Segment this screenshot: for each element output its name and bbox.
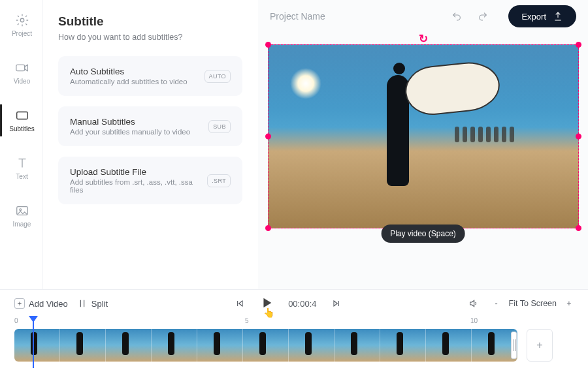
zoom-group: - Fit To Screen + (492, 299, 574, 308)
timeline-clip[interactable] (426, 329, 472, 362)
add-clip-button[interactable]: + (527, 329, 553, 362)
card-manual-subtitles[interactable]: Manual Subtitles Add your subtitles manu… (58, 106, 242, 146)
zoom-in-button[interactable]: + (564, 299, 574, 308)
play-button[interactable]: 👆 (259, 296, 274, 312)
svg-rect-1 (16, 65, 24, 70)
nav-project-label: Project (12, 30, 32, 37)
prev-frame-button[interactable] (235, 298, 245, 309)
badge-auto: AUTO (204, 70, 231, 83)
resize-handle-tl[interactable] (265, 42, 271, 48)
preview-topbar: Project Name Export (258, 0, 588, 33)
card-desc: Automatically add subtitles to video (70, 78, 188, 85)
nav-image-label: Image (13, 221, 31, 228)
timeline-clip[interactable] (197, 329, 243, 362)
nav-project[interactable]: Project (0, 9, 42, 41)
card-upload-subtitle-file[interactable]: Upload Subtitle File Add subtitles from … (58, 157, 242, 204)
nav-video-label: Video (14, 78, 30, 85)
card-title: Auto Subtitles (70, 67, 188, 76)
card-desc: Add your subtitles manually to video (70, 128, 190, 136)
timeline-clip[interactable] (243, 329, 289, 362)
split-icon (77, 298, 88, 309)
fit-to-screen-button[interactable]: Fit To Screen (509, 299, 557, 308)
plus-icon: + (14, 298, 25, 309)
undo-icon (451, 11, 462, 22)
svg-point-4 (19, 209, 21, 211)
camera-icon (15, 61, 29, 75)
time-display: 00:00:4 (288, 299, 316, 309)
skip-back-icon (235, 298, 245, 309)
nav-text[interactable]: Text (0, 152, 42, 184)
redo-icon (478, 11, 488, 22)
export-label: Export (521, 12, 546, 22)
timeline-clip[interactable] (152, 329, 197, 362)
ruler-tick: 0 (14, 317, 18, 324)
play-tooltip: Play video (Space) (381, 225, 465, 243)
ruler-tick: 5 (245, 317, 249, 324)
svg-point-0 (20, 18, 24, 22)
ruler-tick: 10 (470, 317, 478, 324)
left-nav: Project Video Subtitles Text Image (0, 0, 42, 289)
project-name-field[interactable]: Project Name (270, 11, 440, 22)
timeline-clip[interactable] (14, 329, 60, 362)
gear-icon (15, 13, 29, 27)
selection-box[interactable]: ↻ (268, 44, 579, 228)
cursor-pointer-icon: 👆 (263, 307, 274, 318)
badge-manual: SUB (208, 120, 231, 133)
resize-handle-br[interactable] (576, 225, 581, 231)
nav-subtitles[interactable]: Subtitles (0, 104, 42, 136)
nav-text-label: Text (16, 173, 27, 180)
volume-button[interactable] (468, 298, 479, 309)
card-title: Upload Subtitle File (70, 167, 207, 177)
timeline-clip[interactable] (106, 329, 152, 362)
volume-icon (468, 298, 479, 309)
timeline-clip[interactable] (380, 329, 426, 362)
zoom-out-button[interactable]: - (492, 299, 501, 308)
resize-handle-tr[interactable] (576, 42, 581, 48)
next-frame-button[interactable] (331, 298, 342, 309)
panel-title: Subtitle (58, 14, 242, 29)
card-desc: Add subtitles from .srt, .ass, .vtt, .ss… (70, 178, 207, 194)
text-icon (15, 156, 29, 170)
add-video-button[interactable]: + Add Video (14, 298, 68, 309)
add-video-label: Add Video (29, 299, 68, 309)
preview-area: Project Name Export (258, 0, 588, 289)
rotate-handle[interactable]: ↻ (419, 32, 428, 46)
timeline-ruler[interactable]: 0 5 10 (0, 317, 588, 329)
subtitle-panel: Subtitle How do you want to add subtitle… (42, 0, 258, 289)
skip-forward-icon (331, 298, 342, 309)
svg-rect-2 (16, 112, 27, 119)
clip-trim-handle-right[interactable] (511, 332, 517, 359)
nav-image[interactable]: Image (0, 200, 42, 232)
timeline-clip[interactable] (289, 329, 335, 362)
resize-handle-bl[interactable] (265, 225, 271, 231)
badge-srt: .SRT (207, 174, 231, 187)
split-button[interactable]: Split (77, 298, 108, 309)
timeline-clip[interactable] (335, 329, 380, 362)
subtitle-icon (15, 108, 29, 123)
card-title: Manual Subtitles (70, 117, 190, 127)
undo-button[interactable] (447, 7, 466, 26)
redo-button[interactable] (473, 7, 493, 26)
split-label: Split (91, 299, 108, 309)
timeline-clip[interactable] (60, 329, 106, 362)
panel-subtitle: How do you want to add subtitles? (58, 33, 242, 42)
export-button[interactable]: Export (508, 5, 576, 27)
lower-section: + Add Video Split 👆 00:00:4 (0, 289, 588, 372)
nav-subtitles-label: Subtitles (9, 125, 34, 132)
card-auto-subtitles[interactable]: Auto Subtitles Automatically add subtitl… (58, 56, 242, 96)
timeline-track[interactable]: + (0, 329, 588, 372)
preview-canvas[interactable]: ↻ Play video (Space) (268, 44, 579, 228)
resize-handle-ml[interactable] (265, 134, 271, 140)
nav-video[interactable]: Video (0, 57, 42, 89)
resize-handle-mr[interactable] (576, 134, 581, 140)
image-icon (15, 204, 29, 218)
controls-bar: + Add Video Split 👆 00:00:4 (0, 290, 588, 317)
playhead-line[interactable] (33, 321, 34, 368)
upload-icon (553, 11, 563, 22)
